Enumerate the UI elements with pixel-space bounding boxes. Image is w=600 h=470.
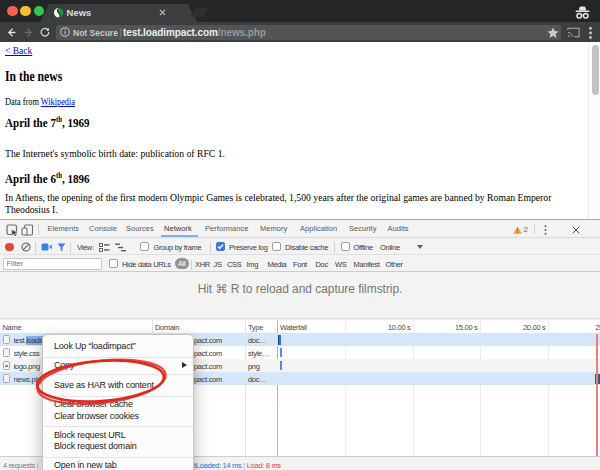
stylesheet-icon xyxy=(3,348,10,358)
devtools-tabbar: Elements Console Sources Network Perform… xyxy=(0,221,600,238)
devtools-close-icon[interactable] xyxy=(572,226,580,234)
filter-type-img[interactable]: Img xyxy=(247,260,259,269)
request-type: document xyxy=(248,375,270,384)
network-toolbar: View: Group by frame Preserve log xyxy=(0,239,600,255)
devtools-tab-sources[interactable]: Sources xyxy=(126,221,154,237)
filter-input[interactable] xyxy=(3,258,102,270)
column-header-domain[interactable]: Domain xyxy=(155,323,179,332)
browser-menu-icon[interactable] xyxy=(589,27,592,39)
waterfall-bar[interactable] xyxy=(278,335,282,345)
document-icon xyxy=(3,374,10,384)
forward-button[interactable] xyxy=(23,27,34,38)
tab-title[interactable]: News xyxy=(67,7,92,18)
throttling-select[interactable]: Online xyxy=(380,243,400,252)
title-bar: News xyxy=(0,0,600,22)
offline-checkbox[interactable] xyxy=(341,242,350,251)
menu-item-open-in-new-tab[interactable]: Open in new tab xyxy=(54,459,117,470)
waterfall-view-icon[interactable] xyxy=(115,243,127,252)
devtools-tab-elements[interactable]: Elements xyxy=(48,221,80,237)
hide-data-urls-checkbox[interactable] xyxy=(109,259,118,268)
menu-separator xyxy=(43,374,193,375)
devtools-tab-performance[interactable]: Performance xyxy=(205,221,249,237)
filter-type-ws[interactable]: WS xyxy=(335,260,346,269)
news-paragraph-2: In Athens, the opening of the first mode… xyxy=(5,192,561,217)
request-type: png xyxy=(248,362,270,371)
devtools-tab-security[interactable]: Security xyxy=(349,221,377,237)
info-icon[interactable] xyxy=(60,27,70,37)
waterfall-bar[interactable] xyxy=(280,361,282,370)
menu-item-clear-browser-cache[interactable]: Clear browser cache xyxy=(54,398,133,410)
filmstrip-hint-area: Hit ⌘ R to reload and capture filmstrip. xyxy=(0,273,600,319)
wikipedia-link[interactable]: Wikipedia xyxy=(41,96,75,107)
column-header-waterfall[interactable]: Waterfall xyxy=(280,323,307,332)
toolbar-separator xyxy=(534,225,535,234)
submenu-arrow-icon xyxy=(182,362,187,368)
menu-separator xyxy=(43,357,193,358)
security-label[interactable]: Not Secure xyxy=(73,28,118,38)
devtools-tab-audits[interactable]: Audits xyxy=(388,221,409,237)
column-header-name[interactable]: Name xyxy=(3,323,22,332)
url-text[interactable]: test.loadimpact.com/news.php xyxy=(123,27,266,38)
preserve-log-checkbox[interactable] xyxy=(216,242,225,251)
filter-type-manifest[interactable]: Manifest xyxy=(354,260,380,269)
devtools-tab-console[interactable]: Console xyxy=(89,221,117,237)
dropdown-arrow-icon[interactable] xyxy=(417,245,423,249)
disable-cache-checkbox[interactable] xyxy=(272,242,281,251)
devtools-menu-icon[interactable] xyxy=(544,225,547,235)
menu-item-look-up[interactable]: Look Up “loadimpact” xyxy=(54,340,136,352)
waterfall-bar[interactable] xyxy=(280,348,282,357)
devtools-tab-memory[interactable]: Memory xyxy=(260,221,287,237)
device-toolbar-icon[interactable] xyxy=(21,224,33,236)
new-tab-button[interactable] xyxy=(190,8,208,17)
reload-button[interactable] xyxy=(40,27,50,37)
scrollbar-thumb[interactable] xyxy=(592,45,599,95)
record-button[interactable] xyxy=(5,243,14,252)
back-link[interactable]: < Back xyxy=(5,46,32,56)
address-bar[interactable]: Not Secure test.loadimpact.com/news.php xyxy=(56,25,561,40)
toolbar-separator xyxy=(191,259,192,270)
data-from-text: Data from xyxy=(5,96,41,107)
incognito-icon xyxy=(575,6,590,19)
menu-separator xyxy=(43,457,193,458)
filter-type-js[interactable]: JS xyxy=(214,260,222,269)
menu-item-save-as-har[interactable]: Save as HAR with content xyxy=(54,379,154,391)
filter-type-font[interactable]: Font xyxy=(293,260,307,269)
small-rows-view-icon[interactable] xyxy=(99,243,110,252)
filter-type-css[interactable]: CSS xyxy=(227,260,242,269)
filter-type-xhr[interactable]: XHR xyxy=(195,260,210,269)
toolbar-separator xyxy=(70,242,71,253)
column-header-type[interactable]: Type xyxy=(248,323,263,332)
cast-icon[interactable] xyxy=(567,27,580,38)
hide-data-urls-label[interactable]: Hide data URLs xyxy=(122,260,171,269)
warning-icon[interactable] xyxy=(513,226,522,234)
page-scrollbar[interactable] xyxy=(588,42,600,219)
filter-type-doc[interactable]: Doc xyxy=(316,260,328,269)
preserve-log-label[interactable]: Preserve log xyxy=(229,243,268,252)
group-by-frame-checkbox[interactable] xyxy=(140,242,149,251)
filter-type-media[interactable]: Media xyxy=(268,260,287,269)
page-content: < Back In the news Data from Wikipedia A… xyxy=(0,42,600,219)
selected-tab-underline xyxy=(161,235,198,237)
filter-type-all[interactable]: All xyxy=(175,258,189,269)
url-path: /news.php xyxy=(218,27,266,38)
group-by-frame-label[interactable]: Group by frame xyxy=(154,243,202,252)
menu-item-clear-browser-cookies[interactable]: Clear browser cookies xyxy=(54,410,139,422)
filter-icon[interactable] xyxy=(57,243,66,252)
disable-cache-label[interactable]: Disable cache xyxy=(285,243,328,252)
filter-type-other[interactable]: Other xyxy=(386,260,403,269)
back-button[interactable] xyxy=(6,27,17,38)
menu-item-block-request-domain[interactable]: Block request domain xyxy=(54,440,137,452)
date-heading-2: April the 6th, 1896 xyxy=(5,171,90,187)
menu-item-block-request-url[interactable]: Block request URL xyxy=(54,429,126,441)
offline-label[interactable]: Offline xyxy=(354,243,373,252)
menu-item-copy[interactable]: Copy xyxy=(54,359,74,371)
inspect-element-icon[interactable] xyxy=(6,224,18,236)
bookmark-star-icon[interactable] xyxy=(547,27,559,39)
capture-filmstrip-icon[interactable] xyxy=(41,243,52,251)
clear-button[interactable] xyxy=(21,242,31,252)
devtools-tab-application[interactable]: Application xyxy=(300,221,337,237)
tab-close-icon[interactable] xyxy=(159,9,166,16)
checkmark-icon xyxy=(216,242,225,251)
waterfall-time-label: 20.00 s xyxy=(523,323,546,332)
warning-count[interactable]: 2 xyxy=(524,225,528,235)
